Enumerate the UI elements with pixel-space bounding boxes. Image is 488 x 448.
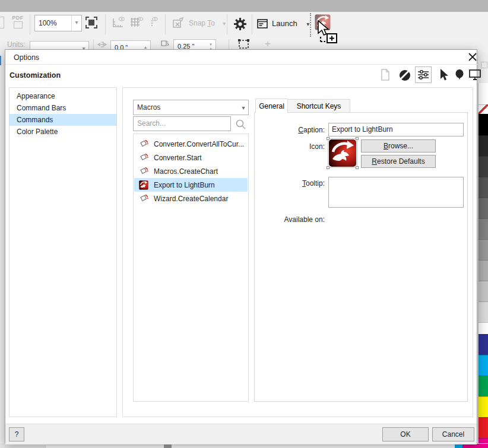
bottom-magenta-swatch[interactable] [462,444,488,448]
macro-list-item-selected[interactable]: Export to LightBurn [134,178,248,192]
palette-color-swatch[interactable] [479,177,488,198]
macro-list-item[interactable]: Macros.CreateChart [134,164,248,178]
display-options-icon[interactable] [468,69,481,81]
tab-shortcut-keys[interactable]: Shortcut Keys [288,99,350,113]
macro-list-item[interactable]: Wizard.CreateCalendar [134,192,248,205]
palette-color-swatch[interactable] [479,135,488,156]
macro-icon [139,153,148,163]
restore-defaults-button[interactable]: Restore Defaults [361,155,436,168]
category-caret-icon: ▾ [239,104,248,111]
svg-text:x: x [167,40,169,43]
document-color-palette[interactable] [478,83,488,448]
plus-icon: + [265,38,271,49]
caption-value: Export to LightBurn [329,123,393,136]
icon-label: Icon: [272,142,325,151]
caption-label: Caption: [272,126,325,134]
search-input[interactable]: Search... [133,116,231,131]
palette-color-swatch[interactable] [479,260,488,281]
macro-icon [139,167,148,176]
dialog-footer: ? OK Cancel [5,424,477,444]
palette-color-swatch[interactable] [479,218,488,239]
sidebar-item-appearance[interactable]: Appearance [9,90,116,102]
palette-color-swatch[interactable] [479,396,488,417]
macro-list-item[interactable]: Converter.Start [134,151,248,164]
search-icon[interactable] [235,119,246,130]
show-guidelines-icon[interactable] [147,17,160,30]
command-icon-preview[interactable] [328,139,357,167]
nudge-distance-field[interactable]: 0.0 " ▴ [110,40,151,49]
hints-balloon-icon[interactable] [454,68,465,81]
bottom-gray-swatch[interactable] [164,444,172,448]
palette-scroll-hint [481,62,487,68]
palette-no-fill-swatch[interactable] [479,104,488,114]
app-titlebar [0,0,488,12]
launch-button[interactable]: Launch ▾ [272,19,309,28]
available-on-label: Available on: [272,215,325,224]
cancel-button[interactable]: Cancel [432,427,474,441]
caption-input[interactable]: Export to LightBurn [328,123,464,136]
command-category-dropdown[interactable]: Macros ▾ [133,100,249,115]
tab-general[interactable]: General [255,99,288,113]
workspace-options-icon[interactable] [415,66,432,83]
options-dialog: Options Customization [5,49,477,443]
global-options-icon[interactable] [398,69,411,82]
general-tab-panel: Caption: Export to LightBurn Icon: Brows… [254,112,468,402]
duplicate-distance-icon: x [160,40,170,48]
property-bar: Units: ▾ 0.0 " ▴ x 0.25 " ▾▴ + [0,38,488,49]
help-button[interactable]: ? [9,427,24,441]
document-options-icon[interactable] [379,68,391,81]
copy-plus-badge-icon [327,33,337,43]
duplicate-distance-field[interactable]: 0.25 " ▾▴ [173,39,216,49]
tooltip-textarea[interactable] [328,177,464,208]
show-grid-icon[interactable] [129,17,144,30]
options-category-list: Appearance Command Bars Commands Color P… [9,87,117,417]
palette-color-swatch[interactable] [479,156,488,177]
snap-to-caret-icon: ▾ [223,20,226,27]
sidebar-item-command-bars[interactable]: Command Bars [9,102,116,114]
sidebar-item-color-palette[interactable]: Color Palette [9,126,116,138]
cursor-options-icon[interactable] [438,68,449,82]
palette-color-swatch[interactable] [479,198,488,218]
command-category-value: Macros [134,103,239,112]
options-gear-icon[interactable] [233,17,248,31]
search-placeholder: Search... [134,117,166,131]
macro-icon [139,194,148,204]
nudge-distance-icon [97,40,107,49]
palette-color-swatch[interactable] [479,281,488,301]
lightburn-dragon-icon [139,180,148,190]
palette-color-swatch[interactable] [479,334,488,355]
launch-caret-icon: ▾ [306,21,309,27]
palette-color-swatch[interactable] [479,355,488,376]
close-icon[interactable] [467,52,478,62]
full-screen-preview-icon[interactable] [85,16,98,29]
zoom-dropdown-caret-icon[interactable]: ▾ [71,15,81,31]
standard-toolbar: PDF 100% ▾ [0,12,488,38]
units-combobox[interactable]: ▾ [30,41,89,49]
launch-icon [256,18,268,30]
section-title: Customization [9,71,61,80]
browse-button[interactable]: Browse... [361,139,436,152]
palette-color-swatch[interactable] [479,376,488,396]
palette-color-swatch[interactable] [479,322,488,334]
sidebar-item-commands[interactable]: Commands [9,114,116,126]
command-list: Converter.ConvertAllToCur... Converter.S… [133,134,249,402]
palette-color-swatch[interactable] [479,114,488,135]
commands-page-panel: Macros ▾ Search... Converter.ConvertAllT… [122,87,473,417]
snap-off-icon[interactable] [171,17,185,30]
palette-color-swatch[interactable] [479,417,488,438]
dialog-title: Options [14,53,39,62]
palette-color-swatch[interactable] [479,301,488,322]
macro-icon [139,139,148,149]
palette-color-swatch[interactable] [479,239,488,260]
pdf-export-icon[interactable]: PDF [10,15,26,28]
ok-button[interactable]: OK [382,427,429,441]
bottom-blue-swatch[interactable] [455,444,462,448]
snap-to-button[interactable]: Snap To ▾ [189,19,226,27]
tooltip-label: Tooltip: [272,179,325,188]
zoom-level-combobox[interactable]: 100% ▾ [34,15,82,31]
show-rulers-icon[interactable] [112,17,126,30]
zoom-level-value: 100% [35,19,71,27]
toolbar-edge-icon [0,17,4,28]
macro-list-item[interactable]: Converter.ConvertAllToCur... [134,137,248,151]
treat-as-filled-icon[interactable] [237,39,251,49]
